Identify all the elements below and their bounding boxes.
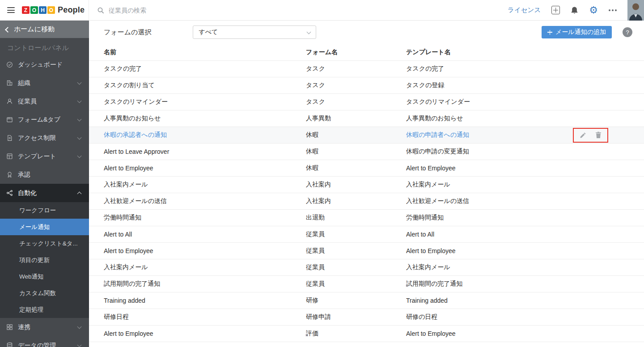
sidebar-item-forms-tabs[interactable]: フォーム&タブ — [0, 110, 89, 129]
cell-template[interactable]: Alert to Employee — [406, 330, 644, 337]
sidebar-subitem-checklist[interactable]: チェックリスト&タ... — [0, 235, 89, 252]
cell-name[interactable]: 休暇の承認者への通知 — [104, 131, 306, 139]
cell-name[interactable]: Alert to Leave Approver — [104, 148, 306, 155]
cell-template[interactable]: Alert to Employee — [406, 247, 644, 254]
table-row[interactable]: 入社案内メール 従業員 入社案内メール — [89, 259, 644, 276]
sidebar-item-organization[interactable]: 組織 — [0, 74, 89, 92]
cell-template[interactable]: Alert to All — [406, 231, 644, 238]
sidebar-subitem-scheduled-actions[interactable]: 定期処理 — [0, 301, 89, 318]
cell-form: 入社案内 — [306, 197, 406, 205]
delete-trash-icon[interactable] — [595, 131, 602, 139]
more-options-icon[interactable] — [609, 8, 617, 13]
sidebar-subitem-email-notifications[interactable]: メール通知 — [0, 219, 89, 235]
cell-template[interactable]: Alert to Employee — [406, 165, 644, 172]
sidebar-item-dashboard[interactable]: ダッシュボード — [0, 55, 89, 74]
employee-search-input[interactable] — [109, 7, 252, 14]
cell-template[interactable]: 休暇の申請者への通知 — [406, 131, 573, 139]
table-row[interactable]: 入社歓迎メールの送信 入社案内 入社歓迎メールの送信 — [89, 193, 644, 210]
edit-pencil-icon[interactable] — [580, 132, 586, 139]
zoho-people-logo[interactable]: Z O H O People — [22, 5, 85, 15]
sidebar-subitem-web-notifications[interactable]: Web通知 — [0, 268, 89, 285]
cell-name[interactable]: Alert to All — [104, 231, 306, 238]
table-row[interactable]: タスクのリマインダー タスク タスクのリマインダー — [89, 94, 644, 110]
cell-form: 休暇 — [306, 164, 406, 172]
sidebar-item-data-management[interactable]: データの管理 — [0, 336, 89, 347]
table-row[interactable]: 人事異動のお知らせ 人事異動 人事異動のお知らせ — [89, 110, 644, 127]
cell-name[interactable]: 入社案内メール — [104, 263, 306, 271]
cell-form: 研修申請 — [306, 313, 406, 321]
cell-name[interactable]: タスクの完了 — [104, 65, 306, 73]
sidebar-item-access-restrictions[interactable]: アクセス制限 — [0, 129, 89, 147]
cell-form: 入社案内 — [306, 181, 406, 189]
table-row[interactable]: Alert to Employee 評価 Alert to Employee — [89, 326, 644, 342]
back-to-home[interactable]: ホームに移動 — [0, 21, 89, 38]
table-row[interactable]: 入社案内メール 入社案内 入社案内メール — [89, 177, 644, 193]
cell-name[interactable]: Alert to Employee — [104, 247, 306, 254]
cell-form: 出退勤 — [306, 214, 406, 222]
add-email-notification-button[interactable]: メール通知の追加 — [542, 26, 612, 38]
cell-template[interactable]: タスクの完了 — [406, 65, 644, 73]
cell-name[interactable]: 研修日程 — [104, 313, 306, 321]
sidebar-item-templates[interactable]: テンプレート — [0, 147, 89, 165]
sidebar-item-label: データの管理 — [18, 342, 56, 347]
cell-template[interactable]: Training added — [406, 297, 644, 304]
plus-icon — [547, 30, 552, 35]
license-link[interactable]: ライセンス — [508, 6, 541, 14]
table-row[interactable]: Alert to All 従業員 Alert to All — [89, 226, 644, 243]
topbar-left: Z O H O People — [0, 0, 89, 20]
cell-template[interactable]: 入社歓迎メールの送信 — [406, 197, 644, 205]
table-row[interactable]: 休暇の承認者への通知 休暇 休暇の申請者への通知 — [89, 127, 644, 144]
sidebar-item-automation[interactable]: 自動化 — [0, 184, 89, 202]
cell-template[interactable]: タスクの登録 — [406, 81, 644, 89]
cell-template[interactable]: 試用期間の完了通知 — [406, 280, 644, 288]
cell-name[interactable]: Alert to Employee — [104, 165, 306, 172]
table-row[interactable]: 研修日程 研修申請 研修の日程 — [89, 309, 644, 326]
table-row[interactable]: タスクの完了 タスク タスクの完了 — [89, 61, 644, 77]
form-select-value: すべて — [199, 28, 218, 36]
form-select-dropdown[interactable]: すべて — [193, 25, 316, 39]
help-button[interactable]: ? — [623, 27, 632, 37]
cell-form: 研修 — [306, 296, 406, 305]
table-row[interactable]: Alert to Leave Approver 休暇 休暇の申請の変更通知 — [89, 144, 644, 160]
sidebar-subitem-custom-functions[interactable]: カスタム関数 — [0, 285, 89, 301]
sidebar-item-employees[interactable]: 従業員 — [0, 92, 89, 110]
cell-form: 従業員 — [306, 263, 406, 271]
back-chevron-icon — [5, 27, 11, 33]
table-row[interactable]: Alert to Employee 従業員 Alert to Employee — [89, 243, 644, 259]
cell-template[interactable]: 休暇の申請の変更通知 — [406, 148, 644, 156]
cell-template[interactable]: 人事異動のお知らせ — [406, 114, 644, 123]
hamburger-menu-icon[interactable] — [6, 5, 16, 15]
sidebar-item-label: 自動化 — [18, 189, 37, 197]
table-row[interactable]: タスクの割り当て タスク タスクの登録 — [89, 77, 644, 94]
cell-template[interactable]: 入社案内メール — [406, 181, 644, 189]
sidebar-item-integration[interactable]: 連携 — [0, 318, 89, 336]
cell-name[interactable]: 試用期間の完了通知 — [104, 280, 306, 288]
add-new-icon[interactable] — [551, 6, 560, 14]
settings-gear-icon[interactable] — [589, 5, 598, 15]
cell-name[interactable]: 労働時間通知 — [104, 214, 306, 222]
column-header-form: フォーム名 — [306, 48, 406, 56]
cell-template[interactable]: 労働時間通知 — [406, 214, 644, 222]
table-row[interactable]: 労働時間通知 出退勤 労働時間通知 — [89, 210, 644, 226]
cell-template[interactable]: タスクのリマインダー — [406, 98, 644, 106]
table-row[interactable]: 試用期間の完了通知 従業員 試用期間の完了通知 — [89, 276, 644, 292]
toolbar: フォームの選択 すべて メール通知の追加 ? — [89, 21, 644, 44]
cell-name[interactable]: 入社歓迎メールの送信 — [104, 197, 306, 205]
cell-form: タスク — [306, 65, 406, 73]
cell-name[interactable]: タスクのリマインダー — [104, 98, 306, 106]
notifications-bell-icon[interactable] — [571, 6, 578, 14]
sidebar-subitem-field-updates[interactable]: 項目の更新 — [0, 252, 89, 268]
cell-name[interactable]: Training added — [104, 297, 306, 304]
cell-name[interactable]: Alert to Employee — [104, 330, 306, 337]
topbar-right: ライセンス — [508, 0, 644, 20]
cell-template[interactable]: 入社案内メール — [406, 263, 644, 271]
sidebar-subitem-workflow[interactable]: ワークフロー — [0, 202, 89, 219]
cell-name[interactable]: タスクの割り当て — [104, 81, 306, 89]
sidebar-item-approvals[interactable]: 承認 — [0, 165, 89, 184]
cell-name[interactable]: 入社案内メール — [104, 181, 306, 189]
cell-name[interactable]: 人事異動のお知らせ — [104, 114, 306, 123]
table-row[interactable]: Alert to Employee 休暇 Alert to Employee — [89, 160, 644, 177]
table-row[interactable]: Training added 研修 Training added — [89, 292, 644, 309]
user-avatar[interactable] — [627, 0, 644, 21]
cell-template[interactable]: 研修の日程 — [406, 313, 644, 321]
